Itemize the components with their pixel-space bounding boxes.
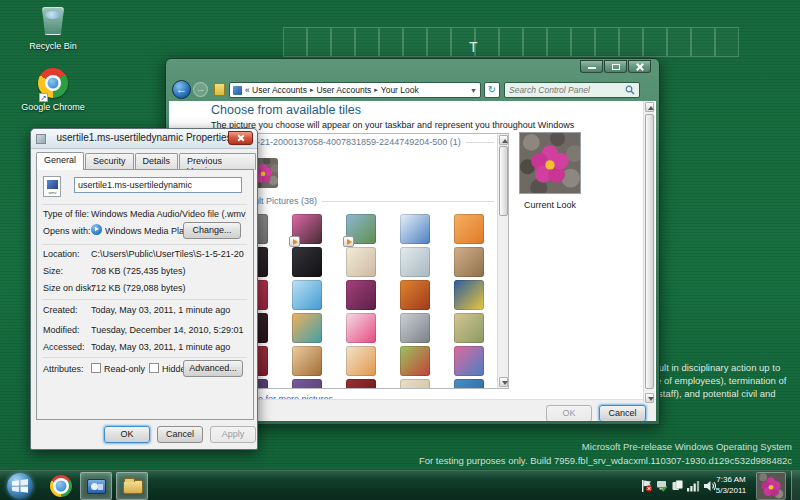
taskbar-clock[interactable]: 7:36 AM 5/3/2011 (708, 474, 754, 496)
wallpaper-key (331, 27, 355, 57)
address-bar[interactable]: « User Accounts ▸ User Accounts ▸ Your L… (229, 82, 481, 98)
picture-tile-vinyl-record[interactable] (292, 247, 322, 277)
scroll-down-icon[interactable] (645, 393, 654, 403)
ok-button[interactable]: OK (546, 405, 592, 421)
scroll-down-icon[interactable] (499, 377, 508, 387)
maximize-button[interactable] (604, 60, 627, 73)
taskbar-explorer-button[interactable] (116, 472, 148, 500)
tile-listbox[interactable]: S-1-5-21-2000137058-4007831859-224474920… (228, 133, 509, 389)
current-look-label: Current Look (519, 200, 581, 210)
picture-tile-mosaic-blocks[interactable] (400, 280, 430, 310)
picture-tile-pink-flower[interactable] (292, 214, 322, 244)
wallpaper-key (283, 27, 307, 57)
tab-details[interactable]: Details (135, 153, 179, 170)
window-titlebar[interactable] (166, 59, 659, 79)
breadcrumb-user-accounts-2[interactable]: User Accounts (316, 85, 371, 95)
picture-tile-landscape[interactable] (346, 214, 376, 244)
maximize-icon (612, 64, 620, 70)
readonly-checkbox[interactable] (91, 363, 101, 373)
picture-tile-fabric[interactable] (454, 346, 484, 376)
refresh-button[interactable]: ↻ (484, 82, 500, 98)
signal-strength-icon[interactable] (687, 480, 700, 492)
picture-tile-yellow-leaf[interactable] (454, 280, 484, 310)
taskbar-control-panel-button[interactable] (80, 472, 112, 500)
taskbar-user-tile[interactable] (756, 472, 786, 500)
picture-tile-lucky-cat[interactable] (346, 247, 376, 277)
created-label: Created: (43, 305, 78, 315)
scroll-up-icon[interactable] (645, 102, 654, 112)
wallpaper-key (667, 27, 691, 57)
start-button[interactable] (7, 473, 33, 499)
picture-tile-violet[interactable] (292, 379, 322, 389)
search-input[interactable] (509, 85, 625, 95)
scrollbar-thumb[interactable] (499, 146, 508, 216)
ok-button[interactable]: OK (104, 426, 150, 443)
picture-tile-blue[interactable] (454, 379, 484, 389)
recent-pages-icon[interactable] (214, 83, 225, 96)
cancel-button[interactable]: Cancel (157, 426, 203, 443)
tab-general[interactable]: General (36, 152, 84, 170)
dialog-close-button[interactable] (228, 131, 253, 145)
picture-tile-red-ball[interactable] (346, 379, 376, 389)
picture-tile-sculpture[interactable] (400, 313, 430, 343)
picture-tile-blue-fan[interactable] (400, 214, 430, 244)
breadcrumb-user-accounts-1[interactable]: User Accounts (252, 85, 307, 95)
picture-tile-beige[interactable] (400, 379, 430, 389)
scrollbar-thumb[interactable] (645, 114, 654, 389)
modified-value: Tuesday, December 14, 2010, 5:29:01 PM (91, 325, 246, 335)
separator (43, 244, 247, 245)
picture-tile-books[interactable] (454, 313, 484, 343)
confidential-watermark-line: staff), and potential civil and (658, 388, 776, 399)
listbox-scrollbar[interactable] (497, 134, 508, 388)
picture-tile-dog[interactable] (346, 346, 376, 376)
scroll-up-icon[interactable] (499, 135, 508, 145)
recycle-bin-icon (37, 7, 69, 39)
opens-with-value: Windows Media Player (105, 226, 183, 236)
advanced-button[interactable]: Advanced... (183, 360, 243, 377)
picture-tile-guitar[interactable] (292, 346, 322, 376)
location-label: Location: (43, 249, 80, 259)
filename-field[interactable] (74, 177, 242, 193)
dialog-titlebar[interactable]: usertile1.ms-usertiledynamic Properties (31, 129, 257, 149)
dialog-tabs: General Security Details Previous Versio… (36, 153, 257, 170)
cancel-button[interactable]: Cancel (599, 405, 646, 421)
window-scrollbar[interactable] (643, 101, 655, 404)
picture-tile-robot[interactable] (400, 346, 430, 376)
separator (43, 299, 247, 300)
picture-tile-purple-sphere[interactable] (346, 280, 376, 310)
taskbar-chrome-button[interactable] (46, 472, 76, 500)
forward-button[interactable]: → (193, 82, 208, 97)
windows-media-player-icon (91, 224, 102, 235)
back-button[interactable]: ← (172, 80, 191, 99)
page-title: Choose from available tiles (211, 103, 361, 117)
close-button[interactable] (628, 60, 651, 73)
action-center-flag-icon[interactable] (641, 480, 652, 492)
picture-tile-starfish[interactable] (454, 214, 484, 244)
network-status-icon[interactable] (656, 480, 668, 492)
search-box[interactable] (504, 82, 640, 98)
windows-update-icon[interactable] (672, 480, 683, 492)
apply-button[interactable]: Apply (210, 426, 256, 443)
desktop-icon-google-chrome[interactable]: ↗ Google Chrome (18, 68, 88, 112)
tab-security[interactable]: Security (85, 153, 134, 170)
wallpaper-key (523, 27, 547, 57)
minimize-button[interactable] (580, 60, 603, 73)
hidden-checkbox[interactable] (149, 363, 159, 373)
address-dropdown-icon[interactable]: ▼ (470, 87, 477, 94)
picture-tile-kitten[interactable] (454, 247, 484, 277)
tab-previous-versions[interactable]: Previous Versions (179, 153, 256, 170)
picture-tile-sundial[interactable] (400, 247, 430, 277)
picture-tile-pink-star[interactable] (346, 313, 376, 343)
wallpaper-key (643, 27, 667, 57)
wallpaper-key (379, 27, 403, 57)
picture-tile-cones[interactable] (292, 313, 322, 343)
breadcrumb-your-look[interactable]: Your Look (381, 85, 419, 95)
picture-tile-pinwheel[interactable] (292, 280, 322, 310)
change-button[interactable]: Change... (183, 222, 241, 239)
show-desktop-button[interactable] (791, 471, 800, 500)
desktop-icon-recycle-bin[interactable]: Recycle Bin (18, 5, 88, 51)
user-tile-image (757, 473, 785, 499)
close-icon (629, 61, 650, 72)
modified-label: Modified: (43, 325, 80, 335)
group-header-sid: S-1-5-21-2000137058-4007831859-224474920… (235, 137, 494, 147)
